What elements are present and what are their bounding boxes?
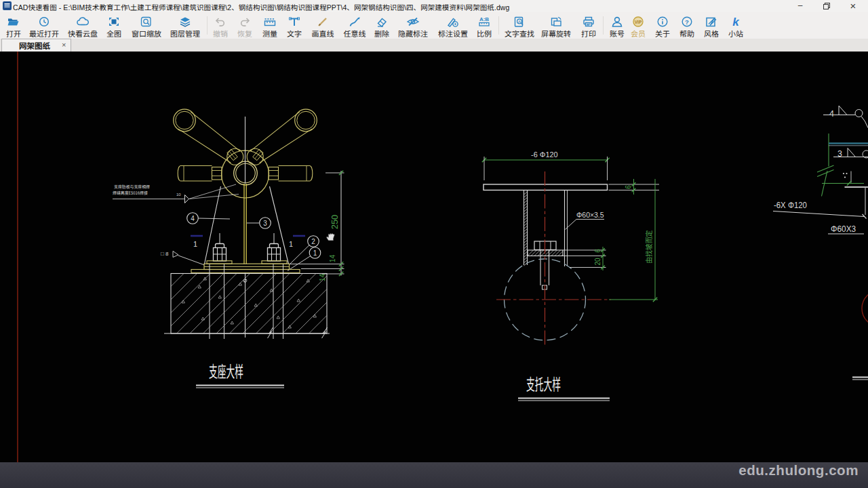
svg-text:6: 6 [594, 249, 601, 253]
svg-text:14: 14 [318, 274, 326, 282]
svg-text:14: 14 [328, 255, 336, 263]
svg-text:Φ60X3: Φ60X3 [831, 224, 856, 233]
svg-text:1: 1 [289, 240, 293, 248]
svg-text:10: 10 [176, 192, 181, 197]
svg-text:Φ60×3.5: Φ60×3.5 [576, 211, 604, 219]
svg-text:1: 1 [313, 249, 317, 257]
svg-text:6: 6 [625, 185, 632, 189]
svg-text:A: A [518, 20, 521, 24]
svg-text:?: ? [685, 18, 689, 26]
svg-text:□ 8: □ 8 [161, 251, 169, 257]
svg-text:4: 4 [191, 215, 195, 222]
svg-text:VIP: VIP [635, 20, 642, 24]
svg-text:3: 3 [263, 220, 267, 227]
svg-text:-6 Φ120: -6 Φ120 [531, 150, 558, 159]
svg-text:k: k [732, 16, 740, 28]
svg-text:A:B: A:B [479, 16, 489, 22]
svg-text:2: 2 [311, 238, 315, 245]
svg-text:1: 1 [193, 240, 197, 248]
svg-text:4: 4 [829, 109, 834, 119]
svg-text:250: 250 [330, 215, 340, 230]
svg-text:-6X Φ120: -6X Φ120 [774, 201, 807, 209]
svg-text:20: 20 [594, 258, 601, 266]
